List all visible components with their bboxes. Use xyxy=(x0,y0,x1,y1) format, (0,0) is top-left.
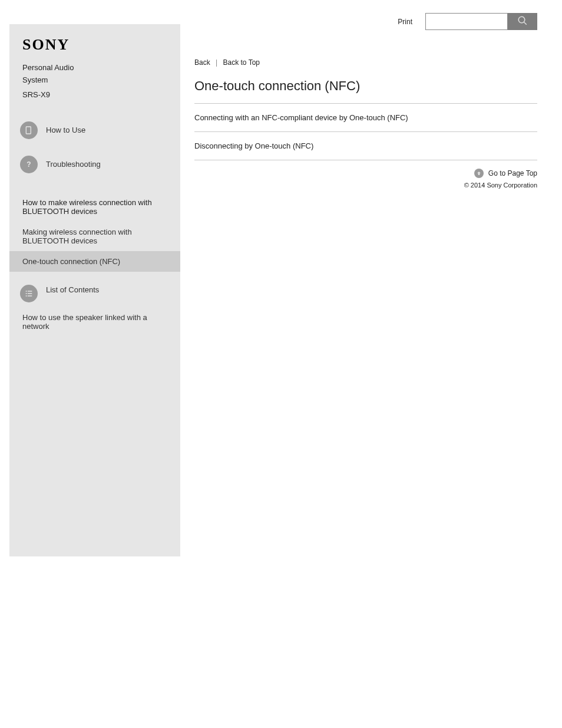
nav-label: Troubleshooting xyxy=(46,159,101,170)
breadcrumb: Back | Back to Top xyxy=(194,58,537,67)
model-name: SRS-X9 xyxy=(9,90,180,113)
breadcrumb-back[interactable]: Back xyxy=(194,58,210,67)
search xyxy=(425,13,537,30)
page-title: One-touch connection (NFC) xyxy=(194,78,537,94)
question-icon: ? xyxy=(20,156,38,173)
nav-sub-network[interactable]: How to use the speaker linked with a net… xyxy=(9,311,180,337)
copyright: © 2014 Sony Corporation xyxy=(194,182,537,189)
nav-list-contents[interactable]: List of Contents xyxy=(9,276,180,311)
go-to-top[interactable]: Go to Page Top xyxy=(194,169,537,178)
topbar: Print xyxy=(194,11,537,30)
main-content: Print Back | Back to Top One-touch conne… xyxy=(194,0,562,556)
go-to-top-label: Go to Page Top xyxy=(488,169,537,177)
content-link-connect[interactable]: Connecting with an NFC-compliant device … xyxy=(194,104,537,132)
book-icon xyxy=(20,121,38,139)
search-icon xyxy=(517,15,528,28)
nav-troubleshooting[interactable]: ? Troubleshooting xyxy=(9,147,180,182)
breadcrumb-top[interactable]: Back to Top xyxy=(223,58,260,67)
nav-sub-nfc[interactable]: One-touch connection (NFC) xyxy=(9,251,180,272)
print-link[interactable]: Print xyxy=(398,18,412,26)
nav-how-to-use[interactable]: How to Use xyxy=(9,113,180,147)
product-name: Personal Audio System xyxy=(9,54,180,90)
content-link-disconnect[interactable]: Disconnecting by One-touch (NFC) xyxy=(194,132,537,160)
list-icon xyxy=(20,285,38,302)
nav-group-header: How to make wireless connection with BLU… xyxy=(9,182,180,222)
nav-label: List of Contents xyxy=(46,285,99,295)
search-button[interactable] xyxy=(508,13,537,30)
nav-label: How to Use xyxy=(46,125,85,136)
svg-text:?: ? xyxy=(27,160,31,169)
arrow-up-icon xyxy=(474,169,484,178)
breadcrumb-separator: | xyxy=(216,58,217,67)
search-input[interactable] xyxy=(425,13,508,30)
nav-sub-wireless[interactable]: Making wireless connection with BLUETOOT… xyxy=(9,222,180,251)
sidebar: SONY Personal Audio System SRS-X9 How to… xyxy=(9,24,180,556)
brand-logo: SONY xyxy=(9,36,180,54)
